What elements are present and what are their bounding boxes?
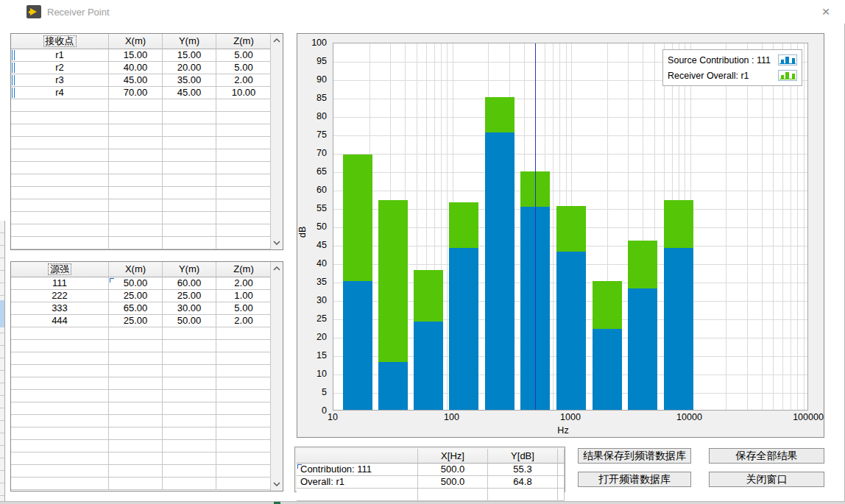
table-cell[interactable] [109,99,163,112]
table-cell[interactable] [109,137,163,149]
table-cell[interactable] [163,327,216,340]
scroll-up-icon[interactable] [271,263,283,274]
table-cell[interactable] [11,212,109,224]
table-cell[interactable]: 40.00 [109,62,163,74]
table-cell[interactable] [109,340,163,352]
table-cell[interactable] [11,402,109,415]
table-cell[interactable] [163,212,216,224]
table-cell[interactable]: 64.8 [488,476,558,489]
table-cell[interactable] [11,199,109,212]
table-cell[interactable] [11,427,109,440]
table-cell[interactable] [109,224,163,237]
table-cell[interactable] [216,124,272,137]
table-cell[interactable] [216,199,272,212]
table-cell[interactable] [11,452,109,465]
table-cell[interactable] [163,465,216,478]
plot-area[interactable]: Source Contribution : 111Receiver Overal… [333,43,808,411]
table-cell[interactable]: 333 [11,302,109,315]
table-cell[interactable] [109,212,163,224]
table-cell[interactable]: 50.00 [163,315,216,327]
table-cell[interactable]: Contribution: 111 [297,464,418,476]
table-cell[interactable] [109,112,163,124]
table-cell[interactable]: 45.00 [163,87,216,99]
table-cell[interactable]: 55.3 [488,464,558,476]
table-cell[interactable] [558,489,565,501]
table-cell[interactable]: r1 [11,49,109,62]
table-cell[interactable]: 5.00 [216,302,272,315]
table-cell[interactable] [216,427,272,440]
table-cell[interactable] [163,174,216,187]
table-cell[interactable] [216,112,272,124]
table-cell[interactable] [163,137,216,149]
table-cell[interactable] [163,187,216,199]
table-cell[interactable] [163,377,216,390]
table-cell[interactable]: 65.00 [109,302,163,315]
table-cell[interactable] [109,352,163,365]
table-cell[interactable] [109,440,163,452]
table-cell[interactable] [11,112,109,124]
table-cell[interactable] [488,489,558,501]
table-cell[interactable] [216,452,272,465]
close-icon[interactable]: × [816,3,836,21]
open-spectrum-db-button[interactable]: 打开频谱数据库 [578,472,691,487]
table-cell[interactable] [216,377,272,390]
legend-item[interactable]: Source Contribution : 111 [668,52,797,68]
receiver-table-scrollbar[interactable] [270,34,283,249]
table-cell[interactable]: 25.00 [109,290,163,302]
table-cell[interactable] [109,465,163,478]
table-cell[interactable] [216,327,272,340]
table-cell[interactable] [216,390,272,402]
table-cell[interactable] [163,199,216,212]
legend-item[interactable]: Receiver Overall: r1 [668,68,797,83]
table-cell[interactable]: 5.00 [216,62,272,74]
table-cell[interactable] [216,149,272,162]
table-cell[interactable]: 2.00 [216,277,272,290]
table-cell[interactable]: Overall: r1 [297,476,418,489]
table-cell[interactable] [11,174,109,187]
save-results-to-spectrum-db-button[interactable]: 结果保存到频谱数据库 [578,448,691,464]
table-cell[interactable]: 500.0 [418,476,488,489]
table-cell[interactable]: 25.00 [109,315,163,327]
table-cell[interactable] [216,352,272,365]
table-cell[interactable] [109,124,163,137]
table-cell[interactable] [109,427,163,440]
table-cell[interactable] [558,464,565,476]
table-cell[interactable]: r4 [11,87,109,99]
table-cell[interactable] [11,149,109,162]
table-cell[interactable] [163,99,216,112]
table-cell[interactable]: 15.00 [163,49,216,62]
table-cell[interactable] [558,476,565,489]
table-cell[interactable]: 30.00 [163,302,216,315]
table-cell[interactable] [216,99,272,112]
table-cell[interactable] [216,212,272,224]
table-cell[interactable] [163,365,216,377]
table-cell[interactable] [163,427,216,440]
source-table-scrollbar[interactable] [270,262,283,491]
table-cell[interactable] [109,452,163,465]
table-cell[interactable]: 45.00 [109,74,163,87]
table-cell[interactable] [216,237,272,249]
table-cell[interactable]: 50.00 [109,277,163,290]
table-cell[interactable]: 60.00 [163,277,216,290]
table-cell[interactable] [216,174,272,187]
save-all-results-button[interactable]: 保存全部结果 [709,448,824,464]
table-cell[interactable] [216,137,272,149]
table-cell[interactable] [216,187,272,199]
table-cell[interactable]: 111 [11,277,109,290]
table-cell[interactable]: r3 [11,74,109,87]
table-cell[interactable] [11,365,109,377]
table-cell[interactable]: 222 [11,290,109,302]
table-cell[interactable] [297,489,418,501]
table-cell[interactable] [418,489,488,501]
table-cell[interactable] [163,402,216,415]
table-cell[interactable] [163,415,216,427]
table-cell[interactable] [109,377,163,390]
table-cell[interactable] [11,352,109,365]
table-cell[interactable]: 20.00 [163,62,216,74]
table-cell[interactable] [109,327,163,340]
table-cell[interactable] [216,162,272,174]
table-cell[interactable] [109,174,163,187]
table-cell[interactable] [109,162,163,174]
table-cell[interactable] [216,415,272,427]
table-cell[interactable] [216,440,272,452]
